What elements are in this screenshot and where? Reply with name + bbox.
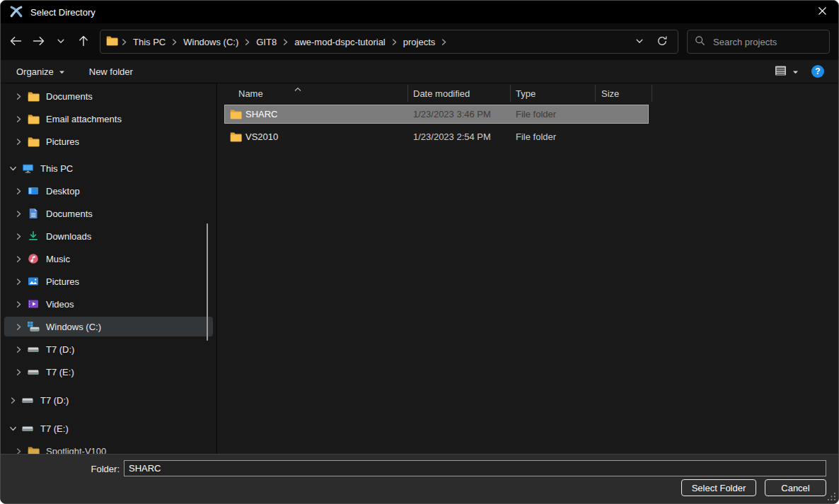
sidebar-item-t7-e[interactable]: T7 (E:): [4, 362, 213, 382]
chevron-right-icon[interactable]: [14, 115, 23, 123]
sidebar-item-windows-c[interactable]: Windows (C:): [4, 317, 213, 336]
column-separator[interactable]: [652, 85, 652, 102]
close-icon: [818, 6, 827, 18]
column-separator[interactable]: [595, 85, 596, 102]
chevron-right-icon[interactable]: [14, 323, 23, 331]
breadcrumb-item-awe-mod-dspc-tutorial[interactable]: awe-mod-dspc-tutorial: [290, 37, 390, 47]
arrow-up-icon: [78, 34, 89, 49]
chevron-right-icon[interactable]: [14, 138, 23, 146]
this-pc-icon: [21, 163, 35, 174]
chevron-right-icon[interactable]: [281, 38, 290, 46]
toolbar: Organize New folder ?: [1, 60, 838, 83]
sidebar-item-pictures[interactable]: Pictures: [4, 131, 213, 151]
column-separator[interactable]: [407, 85, 408, 102]
breadcrumb-item-this-pc[interactable]: This PC: [129, 37, 170, 47]
help-button[interactable]: ?: [811, 65, 824, 78]
file-row-sharc[interactable]: SHARC1/23/2023 3:46 PMFile folder: [224, 105, 649, 124]
sidebar-item-downloads[interactable]: Downloads: [4, 226, 213, 246]
folder-label: Folder:: [74, 464, 120, 474]
breadcrumb-item-windows-c[interactable]: Windows (C:): [179, 37, 243, 47]
close-button[interactable]: [806, 1, 838, 23]
folder-icon: [230, 131, 242, 144]
sidebar-item-label: Music: [46, 254, 70, 264]
chevron-right-icon[interactable]: [14, 210, 23, 218]
sidebar-item-videos[interactable]: Videos: [4, 294, 213, 314]
drive-icon: [26, 344, 40, 355]
chevron-right-icon[interactable]: [14, 346, 23, 353]
recent-locations-button[interactable]: [50, 30, 71, 54]
up-button[interactable]: [73, 30, 94, 54]
column-separator[interactable]: [510, 85, 511, 102]
file-name: SHARC: [245, 105, 278, 124]
sidebar-item-email-attachments[interactable]: Email attachments: [4, 109, 213, 129]
address-bar[interactable]: This PCWindows (C:)GIT8awe-mod-dspc-tuto…: [100, 30, 678, 54]
cancel-button[interactable]: Cancel: [765, 479, 826, 496]
chevron-right-icon[interactable]: [14, 447, 23, 455]
chevron-right-icon[interactable]: [14, 187, 23, 195]
chevron-down-icon[interactable]: [8, 425, 17, 433]
folder-icon: [230, 109, 242, 122]
question-mark-icon: ?: [815, 66, 820, 76]
organize-button[interactable]: Organize: [11, 63, 71, 81]
dialog-body: DocumentsEmail attachmentsPicturesThis P…: [1, 83, 839, 454]
chevron-right-icon[interactable]: [14, 368, 23, 376]
folder-icon: [26, 136, 40, 147]
chevron-right-icon[interactable]: [14, 93, 23, 100]
sidebar-item-documents[interactable]: Documents: [4, 204, 213, 223]
breadcrumb-item-git8[interactable]: GIT8: [252, 37, 281, 47]
breadcrumb-item-projects[interactable]: projects: [399, 37, 440, 47]
chevron-right-icon[interactable]: [8, 397, 17, 404]
pictures-icon: [26, 276, 40, 287]
drive-icon: [21, 423, 35, 434]
folder-name-input[interactable]: [124, 460, 826, 476]
chevron-right-icon[interactable]: [14, 300, 23, 308]
sidebar-item-this-pc[interactable]: This PC: [4, 158, 213, 178]
chevron-down-icon[interactable]: [8, 165, 17, 172]
address-dropdown-button[interactable]: [630, 32, 649, 52]
sidebar-item-t7-d[interactable]: T7 (D:): [4, 339, 213, 359]
sidebar-item-t7-e[interactable]: T7 (E:): [4, 418, 213, 438]
file-type: File folder: [516, 127, 556, 146]
chevron-right-icon[interactable]: [170, 38, 179, 46]
sidebar-item-label: This PC: [40, 163, 73, 174]
chevron-right-icon[interactable]: [390, 38, 399, 46]
refresh-button[interactable]: [652, 32, 672, 52]
arrow-left-icon: [8, 35, 23, 49]
column-header-type[interactable]: Type: [516, 88, 536, 99]
sidebar-item-documents[interactable]: Documents: [4, 86, 213, 106]
folder-icon: [26, 446, 40, 455]
chevron-right-icon[interactable]: [14, 278, 23, 286]
new-folder-button[interactable]: New folder: [83, 63, 139, 81]
chevron-right-icon[interactable]: [120, 38, 129, 46]
column-header-size[interactable]: Size: [601, 88, 619, 99]
file-name: VS2010: [245, 127, 278, 146]
sidebar-item-label: Videos: [46, 299, 74, 310]
chevron-right-icon[interactable]: [243, 38, 252, 46]
search-icon: [695, 35, 705, 48]
column-header-name[interactable]: Name: [238, 88, 263, 99]
sidebar-item-t7-d[interactable]: T7 (D:): [4, 390, 213, 410]
sidebar-item-spotlight-v100[interactable]: Spotlight-V100: [4, 441, 213, 454]
forward-button[interactable]: [28, 30, 49, 54]
sidebar-item-desktop[interactable]: Desktop: [4, 181, 213, 201]
file-row-vs2010[interactable]: VS20101/23/2023 2:54 PMFile folder: [224, 127, 649, 146]
sidebar-item-music[interactable]: Music: [4, 249, 213, 269]
column-header-date-modified[interactable]: Date modified: [413, 88, 470, 99]
sidebar-item-label: T7 (E:): [40, 423, 69, 434]
view-mode-button[interactable]: [768, 61, 804, 82]
file-type: File folder: [516, 105, 556, 124]
search-input[interactable]: [712, 36, 822, 48]
chevron-right-icon[interactable]: [439, 38, 449, 46]
tree-scrollbar[interactable]: [207, 223, 208, 341]
sidebar-item-label: T7 (D:): [46, 344, 74, 355]
sidebar-item-label: T7 (E:): [46, 367, 74, 377]
chevron-right-icon[interactable]: [14, 233, 23, 240]
select-folder-button[interactable]: Select Folder: [681, 479, 756, 496]
desktop-icon: [26, 185, 40, 197]
resize-grip-icon[interactable]: [828, 492, 835, 503]
back-button[interactable]: [5, 30, 26, 54]
sidebar-item-pictures[interactable]: Pictures: [4, 271, 213, 291]
search-box: [687, 30, 830, 54]
chevron-right-icon[interactable]: [14, 255, 23, 263]
drive-windows-icon: [26, 321, 40, 332]
